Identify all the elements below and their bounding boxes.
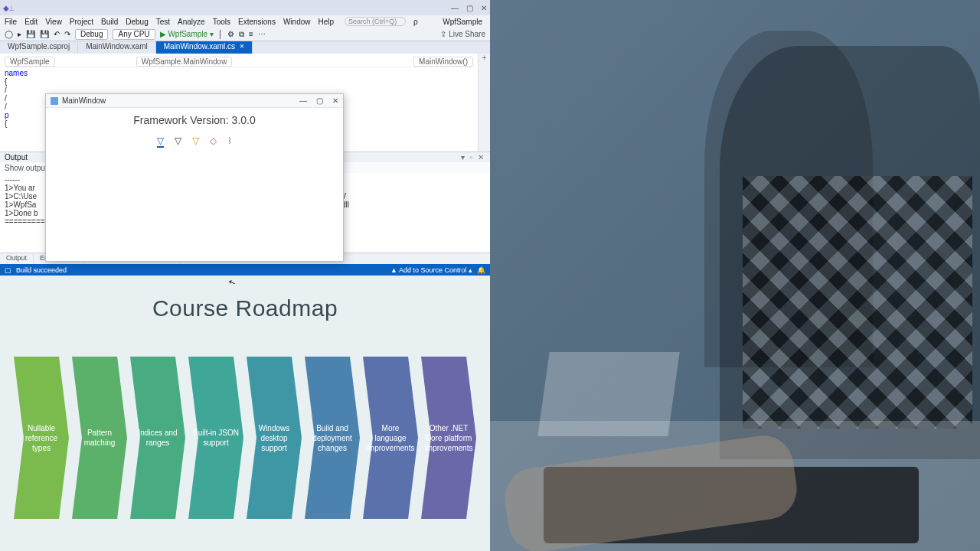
- menu-file[interactable]: File: [5, 18, 17, 26]
- crumb-class[interactable]: WpfSample.MainWindow: [136, 57, 233, 67]
- maximize-icon[interactable]: ▢: [466, 4, 473, 12]
- live-share-button[interactable]: ⇪ Live Share: [440, 30, 485, 38]
- status-message: Build succeeded: [16, 266, 67, 274]
- app-icon: [51, 97, 58, 105]
- tab-close-icon[interactable]: ×: [240, 42, 244, 51]
- chevron-build: Build and deployment changes: [305, 357, 360, 519]
- vs-logo-icon: ◆⟂: [3, 4, 14, 12]
- vs-titlebar: ◆⟂ — ▢ ✕: [0, 0, 490, 15]
- app-titlebar[interactable]: MainWindow — ▢ ✕: [46, 94, 343, 108]
- app-close-icon[interactable]: ✕: [332, 96, 338, 105]
- visual-studio-window: ◆⟂ — ▢ ✕ File Edit View Project Build De…: [0, 0, 490, 276]
- attach-icon[interactable]: ⌇: [227, 135, 232, 148]
- code-line: p: [5, 111, 9, 119]
- minimize-icon[interactable]: —: [451, 4, 459, 12]
- quick-search[interactable]: Search (Ctrl+Q): [345, 17, 406, 26]
- photo-plaid-shirt: [743, 176, 972, 429]
- menu-edit[interactable]: Edit: [24, 18, 38, 26]
- chevron-pattern: Pattern matching: [72, 357, 127, 519]
- output-pin-icons[interactable]: ▾ ▫ ✕: [461, 153, 485, 161]
- toolbar-misc-icon[interactable]: ⧉: [239, 30, 244, 39]
- chevron-nullable: Nullable reference types: [14, 357, 69, 519]
- vs-toolbar: ◯ ▸ 💾 💾 ↶ ↷ Debug Any CPU ▶ WpfSample ▾ …: [0, 28, 490, 41]
- code-line: names: [5, 69, 28, 77]
- chevron-platform: Other .NET Core platform improvements: [421, 357, 476, 519]
- crumb-member[interactable]: MainWindow(): [413, 57, 473, 67]
- menu-analyze[interactable]: Analyze: [178, 18, 205, 26]
- vs-menubar: File Edit View Project Build Debug Test …: [0, 15, 490, 28]
- background-photo: [490, 0, 980, 551]
- notifications-icon[interactable]: 🔔: [477, 266, 485, 274]
- code-line: {: [5, 77, 473, 86]
- nav-fwd-icon[interactable]: ▸: [18, 30, 21, 38]
- tab-xaml-cs[interactable]: MainWindow.xaml.cs×: [156, 41, 253, 54]
- search-rho-icon: ρ: [413, 18, 418, 26]
- menu-tools[interactable]: Tools: [213, 18, 230, 26]
- split-icon[interactable]: +: [479, 54, 490, 62]
- config-combo[interactable]: Debug: [75, 29, 108, 40]
- nav-back-icon[interactable]: ◯: [5, 30, 13, 38]
- platform-combo[interactable]: Any CPU: [113, 29, 155, 40]
- app-max-icon[interactable]: ▢: [316, 96, 323, 105]
- filter-icon-row: ▽ ▽ ▽ ◇ ⌇: [157, 135, 232, 148]
- menu-window[interactable]: Window: [283, 18, 311, 26]
- app-min-icon[interactable]: —: [299, 96, 307, 105]
- vs-status-bar: ▢ Build succeeded ▲ Add to Source Contro…: [0, 264, 490, 276]
- solution-name: WpfSample: [443, 18, 485, 26]
- document-tabs: WpfSample.csproj MainWindow.xaml MainWin…: [0, 41, 490, 54]
- app-title: MainWindow: [62, 96, 106, 105]
- running-app-window: MainWindow — ▢ ✕ Framework Version: 3.0.…: [45, 93, 344, 262]
- toolbar-sep: │: [218, 30, 223, 38]
- save-icon[interactable]: 💾: [26, 30, 35, 38]
- roadmap-chevrons: Nullable reference types Pattern matchin…: [6, 357, 484, 519]
- redo-icon[interactable]: ↷: [64, 30, 70, 38]
- slide-title: Course Roadmap: [152, 295, 338, 321]
- filter-icon[interactable]: ▽: [175, 135, 181, 148]
- chevron-json: Built-in JSON support: [188, 357, 243, 519]
- tab-csproj[interactable]: WpfSample.csproj: [0, 41, 78, 54]
- menu-extensions[interactable]: Extensions: [238, 18, 276, 26]
- toolbar-misc-icon[interactable]: ⋯: [258, 30, 266, 38]
- filter-icon[interactable]: ▽: [157, 135, 164, 148]
- menu-project[interactable]: Project: [70, 18, 93, 26]
- status-icon: ▢: [5, 266, 11, 274]
- course-roadmap-slide: Course Roadmap Nullable reference types …: [0, 276, 490, 551]
- toolbar-misc-icon[interactable]: ≡: [249, 30, 253, 38]
- tab-xaml[interactable]: MainWindow.xaml: [78, 41, 156, 54]
- menu-help[interactable]: Help: [318, 18, 334, 26]
- framework-version-label: Framework Version: 3.0.0: [133, 114, 256, 126]
- toolbar-misc-icon[interactable]: ⚙: [227, 30, 234, 38]
- eraser-icon[interactable]: ◇: [210, 135, 217, 148]
- output-title: Output: [5, 153, 28, 161]
- close-icon[interactable]: ✕: [481, 4, 487, 12]
- chevron-indices: Indices and ranges: [130, 357, 185, 519]
- editor-scroll-rail[interactable]: +: [478, 54, 490, 152]
- chevron-lang: More language improvements: [363, 357, 418, 519]
- menu-debug[interactable]: Debug: [126, 18, 148, 26]
- menu-build[interactable]: Build: [101, 18, 118, 26]
- undo-icon[interactable]: ↶: [54, 30, 60, 38]
- editor-area: WpfSample WpfSample.MainWindow MainWindo…: [0, 54, 490, 152]
- source-control-button[interactable]: ▲ Add to Source Control ▴: [390, 266, 472, 274]
- tab-output[interactable]: Output: [0, 253, 34, 264]
- filter-icon[interactable]: ▽: [192, 135, 199, 148]
- menu-test[interactable]: Test: [156, 18, 170, 26]
- chevron-desktop: Windows desktop support: [247, 357, 302, 519]
- save-all-icon[interactable]: 💾: [40, 30, 49, 38]
- menu-view[interactable]: View: [45, 18, 62, 26]
- run-button[interactable]: ▶ WpfSample ▾: [160, 30, 214, 38]
- crumb-project[interactable]: WpfSample: [5, 57, 55, 67]
